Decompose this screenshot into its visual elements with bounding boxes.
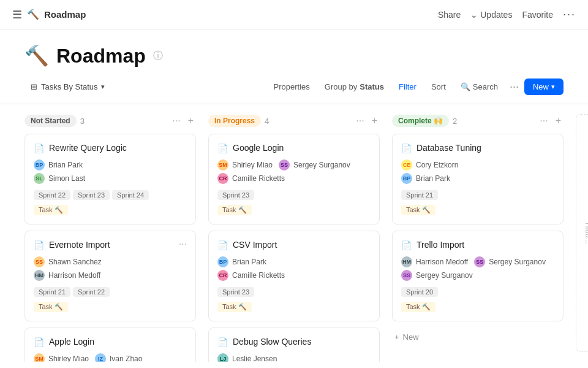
card-tags: Sprint 23 — [217, 287, 371, 297]
member-row: SL Simon Last — [34, 173, 187, 184]
board: Not Started 3 ··· + 📄 Rewrite Query Logi… — [0, 104, 588, 362]
share-btn[interactable]: Share — [438, 10, 461, 20]
card-title-row: 📄 Trello Import — [401, 240, 554, 250]
tag: Sprint 24 — [112, 190, 149, 200]
avatar: LJ — [217, 353, 228, 362]
member-row: CR Camille Ricketts — [217, 270, 371, 281]
info-icon[interactable]: ⓘ — [153, 50, 163, 63]
card-apple-login[interactable]: 📄 Apple Login SM Shirley Miao IZ Ivan Zh… — [24, 328, 196, 362]
search-btn[interactable]: 🔍 Search — [454, 79, 504, 94]
nav-right: Share ⌄Updates Favorite ··· — [438, 8, 576, 21]
complete-badge: Complete 🙌 — [392, 115, 449, 127]
member-row: CR Camille Ricketts — [217, 173, 371, 184]
card-trello-import[interactable]: 📄 Trello Import HM Harrison Medoff SS Se… — [392, 231, 564, 321]
in-progress-count: 4 — [265, 117, 269, 126]
card-members: SM Shirley Miao IZ Ivan Zhao — [34, 353, 187, 362]
card-title-row: 📄 Rewrite Query Logic — [34, 143, 187, 153]
member-name: Sergey Surganov — [489, 258, 546, 266]
properties-btn[interactable]: Properties — [268, 79, 316, 94]
column-add-btn[interactable]: + — [186, 114, 196, 128]
column-header-complete: Complete 🙌 2 ··· + — [392, 114, 564, 128]
card-members: HM Harrison Medoff SS Sergey Surganov SS… — [401, 256, 554, 281]
favorite-btn[interactable]: Favorite — [522, 10, 553, 20]
filter-btn[interactable]: Filter — [393, 79, 423, 94]
avatar: SS — [34, 256, 45, 267]
card-title: Debug Slow Queries — [233, 337, 371, 347]
doc-icon: 📄 — [34, 337, 44, 347]
doc-icon: 📄 — [401, 144, 412, 153]
card-title-row: 📄 Google Login — [217, 143, 371, 153]
card-database-tuning[interactable]: 📄 Database Tuning CE Cory Etzkorn BP Bri… — [392, 134, 564, 224]
group-by-btn[interactable]: Group by Status — [318, 79, 390, 94]
toolbar: ⊞ Tasks By Status ▾ Properties Group by … — [0, 77, 588, 104]
page-header: 🔨 Roadmap ⓘ — [0, 29, 588, 77]
menu-icon[interactable]: ☰ — [12, 8, 22, 21]
card-rewrite-query-logic[interactable]: 📄 Rewrite Query Logic BP Brian Park SL S… — [24, 134, 196, 224]
column-add-btn[interactable]: + — [369, 114, 380, 128]
card-title: Database Tuning — [417, 143, 554, 153]
column-actions: ··· + — [170, 114, 196, 128]
member-row: CE Cory Etzkorn — [401, 159, 554, 171]
member-row: HM Harrison Medoff SS Sergey Surganov — [401, 256, 554, 267]
card-evernote-import[interactable]: ··· 📄 Evernote Import SS Shawn Sanchez H… — [24, 231, 196, 321]
avatar: SL — [34, 173, 45, 184]
updates-btn[interactable]: ⌄Updates — [470, 10, 512, 20]
task-tag: Task 🔨 — [401, 302, 435, 312]
avatar: SM — [34, 353, 45, 362]
doc-icon: 📄 — [34, 144, 44, 153]
avatar: CR — [217, 270, 228, 281]
chevron-down-icon: ▾ — [551, 83, 555, 91]
app-title: Roadmap — [44, 9, 86, 20]
avatar: HM — [34, 270, 45, 281]
card-csv-import[interactable]: 📄 CSV Import BP Brian Park CR Camille Ri… — [208, 231, 380, 321]
top-nav: ☰ 🔨 Roadmap Share ⌄Updates Favorite ··· — [0, 0, 588, 29]
card-debug-slow-queries[interactable]: 📄 Debug Slow Queries LJ Leslie Jensen — [208, 328, 380, 362]
column-actions: ··· + — [537, 114, 564, 128]
toolbar-left: ⊞ Tasks By Status ▾ — [24, 79, 111, 94]
avatar: IZ — [95, 353, 106, 362]
doc-icon: 📄 — [34, 240, 44, 250]
card-tags: Sprint 23 — [217, 190, 371, 200]
nav-left: ☰ 🔨 Roadmap — [12, 8, 86, 21]
avatar: HM — [401, 256, 412, 267]
member-row: BP Brian Park — [217, 256, 371, 267]
card-members: CE Cory Etzkorn BP Brian Park — [401, 159, 554, 184]
column-add-btn[interactable]: + — [553, 114, 564, 128]
member-name: Brian Park — [232, 258, 266, 266]
member-name: Brian Park — [416, 174, 450, 183]
member-row: LJ Leslie Jensen — [217, 353, 371, 362]
sort-btn[interactable]: Sort — [425, 79, 452, 94]
member-row: HM Harrison Medoff — [34, 270, 187, 281]
hidden-column: Hidd... — [576, 114, 588, 352]
new-btn[interactable]: New ▾ — [524, 79, 564, 95]
avatar: BP — [34, 159, 45, 171]
avatar: BP — [401, 173, 412, 184]
member-row: SS Shawn Sanchez — [34, 256, 187, 267]
new-card-btn[interactable]: + New — [392, 328, 564, 347]
in-progress-badge: In Progress — [208, 115, 261, 127]
card-google-login[interactable]: 📄 Google Login SM Shirley Miao SS Sergey… — [208, 134, 380, 224]
column-header-not-started: Not Started 3 ··· + — [24, 114, 196, 128]
card-title: Apple Login — [49, 337, 187, 347]
column-more-btn[interactable]: ··· — [537, 114, 550, 128]
more-toolbar-btn[interactable]: ··· — [507, 77, 522, 96]
column-more-btn[interactable]: ··· — [353, 114, 366, 128]
tag: Sprint 21 — [401, 190, 438, 200]
member-name: Simon Last — [48, 174, 85, 183]
member-name: Harrison Medoff — [48, 271, 100, 280]
card-tags: Sprint 20 — [401, 287, 554, 297]
column-in-progress: In Progress 4 ··· + 📄 Google Login SM Sh… — [208, 114, 380, 352]
member-name: Shirley Miao — [232, 161, 273, 169]
card-members: SS Shawn Sanchez HM Harrison Medoff — [34, 256, 187, 281]
more-options-btn[interactable]: ··· — [563, 8, 576, 21]
task-tag: Task 🔨 — [217, 302, 252, 312]
column-more-btn[interactable]: ··· — [170, 114, 183, 128]
column-header-in-progress: In Progress 4 ··· + — [208, 114, 380, 128]
view-selector-btn[interactable]: ⊞ Tasks By Status ▾ — [24, 79, 111, 94]
card-more-btn[interactable]: ··· — [178, 239, 188, 250]
card-title-row: 📄 Evernote Import — [34, 240, 187, 250]
member-name: Cory Etzkorn — [416, 161, 458, 169]
avatar: SS — [401, 270, 412, 281]
member-name: Shawn Sanchez — [48, 258, 102, 266]
tag: Sprint 20 — [401, 287, 438, 297]
